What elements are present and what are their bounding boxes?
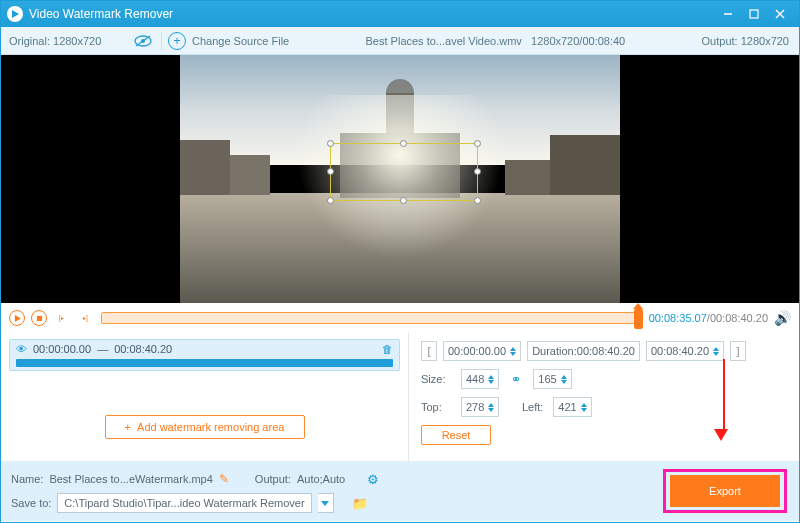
preview-toggle-icon[interactable] [131, 35, 155, 47]
segments-panel: 👁 00:00:00.00 — 00:08:40.20 🗑 +Add water… [1, 333, 409, 461]
svg-marker-0 [12, 10, 19, 18]
name-label: Name: [11, 473, 43, 485]
change-source-label: Change Source File [192, 35, 289, 47]
svg-marker-8 [14, 315, 20, 322]
resize-handle[interactable] [474, 197, 481, 204]
change-source-button[interactable]: + Change Source File [168, 32, 289, 50]
save-path-input[interactable]: C:\Tipard Studio\Tipar...ideo Watermark … [57, 493, 311, 513]
parameters-panel: [ 00:00:00.00 Duration:00:08:40.20 00:08… [409, 333, 799, 461]
top-input[interactable]: 278 [461, 397, 499, 417]
resize-handle[interactable] [474, 168, 481, 175]
svg-text:[▸: [▸ [59, 315, 64, 322]
output-resolution: Output: 1280x720 [702, 35, 799, 47]
output-label: Output: [255, 473, 291, 485]
maximize-button[interactable] [741, 4, 767, 24]
svg-text:▸]: ▸] [83, 315, 88, 322]
toolbar: Original: 1280x720 + Change Source File … [1, 27, 799, 55]
mark-out-button[interactable]: ▸] [77, 310, 95, 326]
bracket-close-icon[interactable]: ] [730, 341, 746, 361]
stop-button[interactable] [31, 310, 47, 326]
bottom-bar: Name: Best Places to...eWatermark.mp4 ✎ … [1, 461, 799, 521]
start-time-input[interactable]: 00:00:00.00 [443, 341, 521, 361]
save-to-label: Save to: [11, 497, 51, 509]
bracket-open-icon[interactable]: [ [421, 341, 437, 361]
svg-rect-2 [750, 10, 758, 18]
segment-bar[interactable] [16, 359, 393, 367]
playhead[interactable] [634, 309, 643, 329]
play-button[interactable] [9, 310, 25, 326]
eye-off-icon[interactable]: 👁 [16, 343, 27, 355]
file-info: Best Places to...avel Video.wmv 1280x720… [289, 35, 701, 47]
segment-start: 00:00:00.00 [33, 343, 91, 355]
edit-name-icon[interactable]: ✎ [219, 472, 229, 486]
minimize-button[interactable] [715, 4, 741, 24]
output-format: Auto;Auto [297, 473, 345, 485]
volume-icon[interactable]: 🔊 [774, 310, 791, 326]
playback-bar: [▸ ▸] 00:08:35.07/00:08:40.20 🔊 [1, 303, 799, 333]
resize-handle[interactable] [327, 140, 334, 147]
timeline-track[interactable] [101, 312, 643, 324]
titlebar: Video Watermark Remover [1, 1, 799, 27]
resize-handle[interactable] [400, 197, 407, 204]
resize-handle[interactable] [327, 168, 334, 175]
app-logo [7, 6, 23, 22]
time-display: 00:08:35.07/00:08:40.20 [649, 312, 768, 324]
left-label: Left: [505, 401, 547, 413]
end-time-input[interactable]: 00:08:40.20 [646, 341, 724, 361]
close-button[interactable] [767, 4, 793, 24]
size-label: Size: [421, 373, 455, 385]
resize-handle[interactable] [474, 140, 481, 147]
original-resolution: Original: 1280x720 [1, 35, 131, 47]
add-area-button[interactable]: +Add watermark removing area [105, 415, 305, 439]
plus-icon: + [168, 32, 186, 50]
export-button[interactable]: Export [670, 475, 780, 507]
resize-handle[interactable] [400, 140, 407, 147]
trash-icon[interactable]: 🗑 [382, 343, 393, 355]
resize-handle[interactable] [327, 197, 334, 204]
width-input[interactable]: 448 [461, 369, 499, 389]
reset-button[interactable]: Reset [421, 425, 491, 445]
gear-icon[interactable]: ⚙ [367, 472, 379, 487]
app-title: Video Watermark Remover [29, 7, 173, 21]
segment-item[interactable]: 👁 00:00:00.00 — 00:08:40.20 🗑 [9, 339, 400, 371]
path-dropdown[interactable] [318, 493, 334, 513]
height-input[interactable]: 165 [533, 369, 571, 389]
watermark-selection-box[interactable] [330, 143, 478, 201]
folder-icon[interactable]: 📁 [352, 496, 368, 511]
left-input[interactable]: 421 [553, 397, 591, 417]
top-label: Top: [421, 401, 455, 413]
video-preview[interactable] [1, 55, 799, 303]
svg-rect-9 [36, 315, 41, 320]
duration-input[interactable]: Duration:00:08:40.20 [527, 341, 640, 361]
link-icon[interactable]: ⚭ [505, 372, 527, 386]
mark-in-button[interactable]: [▸ [53, 310, 71, 326]
segment-end: 00:08:40.20 [114, 343, 172, 355]
output-name: Best Places to...eWatermark.mp4 [49, 473, 212, 485]
plus-icon: + [125, 421, 131, 433]
